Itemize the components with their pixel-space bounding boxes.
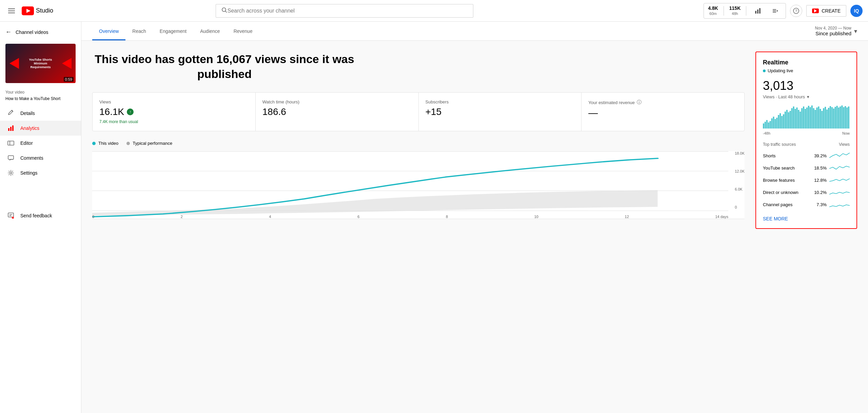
svg-rect-71 <box>840 106 841 129</box>
impressions-label: 48h <box>732 11 738 16</box>
sidebar-back-button[interactable]: ← Channel videos <box>0 24 81 40</box>
avatar[interactable]: IQ <box>850 5 863 17</box>
main-layout: ← Channel videos YouTube ShortsMinimumRe… <box>0 22 868 413</box>
time-label-end: Now <box>842 131 850 135</box>
sidebar-item-editor-label: Editor <box>20 140 33 146</box>
svg-rect-51 <box>806 107 808 129</box>
sidebar-item-comments[interactable]: Comments <box>0 151 81 165</box>
search-input[interactable] <box>228 8 468 14</box>
sidebar-item-editor[interactable]: Editor <box>0 136 81 151</box>
tab-engagement[interactable]: Engagement <box>153 23 193 40</box>
svg-rect-41 <box>790 111 791 129</box>
traffic-sparkline-search <box>829 164 850 172</box>
chart-icon-btn[interactable] <box>752 5 764 17</box>
legend-typical[interactable]: Typical performance <box>126 141 172 146</box>
svg-text:!: ! <box>13 216 13 219</box>
svg-rect-65 <box>830 106 831 129</box>
views-value: 4.8K <box>708 5 718 11</box>
svg-rect-7 <box>773 9 776 10</box>
svg-rect-69 <box>836 106 838 129</box>
traffic-source-direct: Direct or unknown <box>763 190 810 195</box>
metric-watchtime-value: 186.6 <box>262 106 412 117</box>
metric-subscribers: Subscribers +15 <box>419 93 582 131</box>
svg-point-2 <box>222 8 226 12</box>
y-label-mid1: 12.0K <box>735 169 745 173</box>
tab-reach[interactable]: Reach <box>125 23 153 40</box>
traffic-views-col: Views <box>839 142 850 147</box>
traffic-row-channel: Channel pages 7.3% <box>763 198 850 211</box>
realtime-views-label[interactable]: Views · Last 48 hours ▾ <box>763 94 850 99</box>
metric-revenue-value: — <box>588 107 737 118</box>
sidebar-item-details[interactable]: Details <box>0 106 81 121</box>
content-header: Overview Reach Engagement Audience Reven… <box>81 22 868 41</box>
svg-rect-56 <box>815 110 816 129</box>
legend-this-video[interactable]: This video <box>92 141 118 146</box>
dropdown-arrow-icon: ▾ <box>854 27 857 35</box>
tab-overview[interactable]: Overview <box>92 23 125 40</box>
svg-rect-36 <box>781 116 783 129</box>
info-icon[interactable]: ⓘ <box>637 99 642 105</box>
chart-svg <box>92 151 728 219</box>
traffic-source-search: YouTube search <box>763 165 810 171</box>
svg-rect-57 <box>816 107 818 129</box>
hamburger-menu[interactable] <box>5 6 18 16</box>
legend-this-video-label: This video <box>98 141 118 146</box>
impressions-stat: 115K 48h <box>729 5 741 16</box>
tabs: Overview Reach Engagement Audience Reven… <box>92 23 259 40</box>
playlist-icon-btn[interactable] <box>769 5 782 17</box>
svg-point-19 <box>10 172 12 174</box>
tab-revenue[interactable]: Revenue <box>227 23 259 40</box>
svg-rect-28 <box>768 122 769 129</box>
stat-divider-2 <box>746 6 746 16</box>
date-selector[interactable]: Nov 4, 2020 — Now Since published ▾ <box>815 22 857 40</box>
chart-area: 18.0K 12.0K 6.0K 0 0 2 4 6 8 10 12 <box>92 151 745 219</box>
sidebar-item-settings-label: Settings <box>20 170 38 176</box>
sidebar-feedback[interactable]: ! Send feedback <box>0 208 81 224</box>
svg-rect-39 <box>786 110 788 129</box>
chart-y-labels: 18.0K 12.0K 6.0K 0 <box>735 151 745 211</box>
gear-icon <box>7 170 15 176</box>
traffic-pct-channel: 7.3% <box>810 202 827 207</box>
svg-rect-26 <box>765 122 766 129</box>
help-icon-btn[interactable]: ? <box>790 5 802 17</box>
video-thumbnail[interactable]: YouTube ShortsMinimumRequirements 0:59 <box>5 44 76 83</box>
video-thumbnail-container: YouTube ShortsMinimumRequirements 0:59 <box>0 40 81 87</box>
svg-rect-55 <box>813 108 814 129</box>
create-button[interactable]: CREATE <box>806 5 846 17</box>
svg-rect-18 <box>8 156 14 159</box>
svg-rect-31 <box>773 117 774 129</box>
traffic-row-direct: Direct or unknown 10.2% <box>763 186 850 198</box>
thumb-label-text: YouTube ShortsMinimumRequirements <box>22 57 59 70</box>
traffic-sparkline-direct <box>829 188 850 196</box>
youtube-icon <box>22 6 34 15</box>
logo[interactable]: Studio <box>22 6 53 15</box>
sidebar-back-label: Channel videos <box>16 29 48 35</box>
sidebar-item-comments-label: Comments <box>20 155 43 161</box>
realtime-panel: Realtime Updating live 3,013 Views · Las… <box>755 52 857 229</box>
svg-rect-50 <box>805 109 806 129</box>
svg-rect-48 <box>801 108 803 129</box>
realtime-live-label: Updating live <box>768 68 793 73</box>
sidebar-item-settings[interactable]: Settings <box>0 165 81 180</box>
traffic-sparkline-shorts <box>829 152 850 160</box>
metric-views-sub: 7.4K more than usual <box>99 119 249 124</box>
traffic-row-browse: Browse features 12.8% <box>763 174 850 186</box>
x-label-14: 14 days <box>715 215 728 219</box>
svg-rect-14 <box>10 127 12 131</box>
date-label: Nov 4, 2020 — Now Since published <box>815 26 851 36</box>
sidebar-item-analytics[interactable]: Analytics <box>0 121 81 136</box>
tab-audience[interactable]: Audience <box>193 23 226 40</box>
y-label-bottom: 0 <box>735 205 745 209</box>
y-label-mid2: 6.0K <box>735 187 745 191</box>
svg-rect-52 <box>808 106 809 129</box>
traffic-header: Top traffic sources Views <box>763 142 850 147</box>
date-range: Nov 4, 2020 — Now <box>815 26 851 31</box>
svg-rect-4 <box>755 11 756 14</box>
analytics-icon <box>7 125 15 132</box>
sidebar-item-analytics-label: Analytics <box>20 125 39 131</box>
see-more-button[interactable]: SEE MORE <box>763 216 788 221</box>
up-arrow-icon: ↑ <box>127 109 134 115</box>
traffic-pct-direct: 10.2% <box>810 190 827 195</box>
svg-rect-59 <box>820 109 821 129</box>
traffic-pct-search: 18.5% <box>810 165 827 171</box>
